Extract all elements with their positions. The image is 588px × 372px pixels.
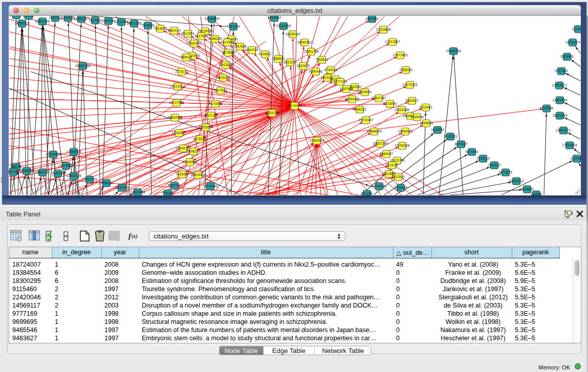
svg-text:11353594: 11353594 [199,125,213,129]
svg-text:7955812: 7955812 [315,58,329,61]
svg-text:5498222: 5498222 [187,149,200,153]
svg-text:9115460: 9115460 [419,105,432,109]
svg-text:19384554: 19384554 [309,139,324,142]
svg-text:8813054: 8813054 [268,16,281,19]
svg-text:20206578: 20206578 [46,152,61,156]
svg-text:10807487: 10807487 [371,96,386,100]
svg-text:1549444: 1549444 [410,115,424,119]
svg-text:12156829: 12156829 [19,169,34,172]
svg-text:904118: 904118 [23,16,34,17]
svg-text:12975125: 12975125 [402,83,418,86]
svg-text:10853287: 10853287 [74,17,89,20]
svg-text:19958107: 19958107 [99,181,114,185]
svg-text:15692971: 15692971 [556,128,571,132]
svg-text:12213313: 12213313 [170,84,185,88]
svg-text:15751074: 15751074 [565,40,580,44]
svg-text:5938923: 5938923 [444,135,457,138]
svg-text:9474444: 9474444 [465,150,478,154]
svg-text:3267130: 3267130 [204,114,217,117]
svg-text:9146821: 9146821 [258,52,272,56]
svg-text:8186328: 8186328 [208,37,222,40]
svg-text:7986322: 7986322 [353,107,366,111]
svg-text:18300295: 18300295 [265,111,280,115]
svg-text:9684067: 9684067 [380,152,393,156]
svg-text:9327508: 9327508 [221,40,234,44]
svg-text:20364436: 20364436 [344,97,360,101]
svg-text:7632621: 7632621 [488,163,501,167]
svg-text:19166827: 19166827 [171,131,187,135]
svg-text:16914479: 16914479 [190,173,206,177]
svg-text:2087682: 2087682 [365,17,379,20]
svg-text:1145190: 1145190 [51,171,64,175]
svg-text:9463627: 9463627 [405,99,419,102]
svg-text:15720407: 15720407 [358,118,374,122]
svg-text:18724007: 18724007 [287,104,302,107]
svg-text:976640: 976640 [162,191,173,195]
svg-text:16782759: 16782759 [114,186,129,189]
svg-text:9329966: 9329966 [560,55,574,58]
svg-text:17957275: 17957275 [82,178,97,181]
svg-text:10648784: 10648784 [446,49,461,53]
svg-text:924564: 924564 [531,192,542,195]
svg-text:985061: 985061 [11,165,22,168]
svg-text:6497568: 6497568 [340,87,353,91]
svg-text:9227342: 9227342 [555,69,568,73]
svg-text:2367608: 2367608 [233,45,247,48]
svg-text:10107553: 10107553 [169,101,184,104]
svg-text:9777169: 9777169 [334,80,347,83]
svg-text:19218506: 19218506 [276,24,291,28]
svg-text:17016504: 17016504 [562,143,577,147]
svg-text:8960124: 8960124 [167,29,181,32]
svg-text:6466160: 6466160 [102,19,115,23]
svg-text:19756928: 19756928 [395,144,410,147]
svg-text:10154808: 10154808 [376,28,391,31]
svg-text:12923466: 12923466 [130,190,145,194]
svg-text:18640910: 18640910 [297,40,312,44]
svg-text:10973493: 10973493 [393,53,408,57]
svg-text:28053346: 28053346 [75,64,91,68]
svg-text:1527602: 1527602 [89,18,102,22]
svg-text:7625402: 7625402 [176,172,189,176]
svg-text:7357224: 7357224 [227,25,240,28]
svg-text:15716485: 15716485 [203,184,218,188]
svg-text:1362615: 1362615 [296,64,310,68]
svg-text:989610: 989610 [181,55,192,59]
svg-text:9827503: 9827503 [194,34,208,38]
svg-text:16671355: 16671355 [126,21,142,25]
svg-text:8215955: 8215955 [540,106,553,110]
svg-text:8403575: 8403575 [61,16,75,19]
svg-text:1588520: 1588520 [272,57,285,60]
svg-text:1640954: 1640954 [431,128,444,132]
svg-text:3875685: 3875685 [222,51,235,54]
svg-text:5322037: 5322037 [284,60,297,64]
svg-text:14055724: 14055724 [14,21,30,25]
svg-text:9857791: 9857791 [168,184,181,187]
svg-text:19654923: 19654923 [398,129,413,133]
svg-text:14136141: 14136141 [372,184,387,188]
svg-text:7515526: 7515526 [141,24,155,27]
svg-text:2803144: 2803144 [216,76,230,79]
svg-text:16210645: 16210645 [552,114,568,117]
svg-text:13226058: 13226058 [198,29,213,33]
svg-text:1112028: 1112028 [572,27,581,31]
svg-text:12213967: 12213967 [385,40,400,43]
svg-text:871265: 871265 [361,192,373,195]
svg-text:9242848: 9242848 [219,63,232,67]
svg-text:1815132: 1815132 [385,163,399,167]
svg-text:8471676: 8471676 [499,170,512,174]
svg-text:16961758: 16961758 [303,50,319,53]
svg-text:8454749: 8454749 [245,48,258,52]
svg-text:8912954: 8912954 [181,32,194,35]
svg-text:9245652: 9245652 [520,187,534,191]
svg-text:10688609: 10688609 [366,129,382,133]
svg-text:7485063: 7485063 [399,68,412,72]
svg-text:6216000: 6216000 [383,102,397,105]
svg-text:10654112: 10654112 [509,179,524,183]
svg-text:12093873: 12093873 [552,83,567,87]
svg-text:12842737: 12842737 [35,170,50,174]
svg-text:2104554: 2104554 [10,16,23,17]
svg-text:1090913: 1090913 [49,16,62,19]
svg-text:12505135: 12505135 [66,174,81,178]
svg-text:1167533: 1167533 [570,157,581,160]
svg-text:2935114: 2935114 [476,157,490,160]
